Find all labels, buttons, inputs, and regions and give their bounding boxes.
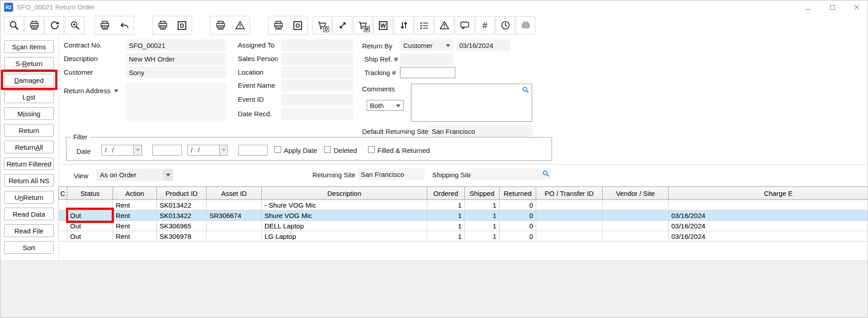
sidebar-button-read-file[interactable]: Read File <box>4 224 54 237</box>
cell-charge-end[interactable] <box>669 200 868 210</box>
sidebar-button-return-filtered[interactable]: Return Filtered <box>4 157 54 170</box>
cart-delivery-button[interactable]: D <box>312 16 332 34</box>
cell-product-id[interactable]: SK013422 <box>157 200 207 210</box>
cell-asset-id[interactable] <box>207 221 262 231</box>
cell-asset-id[interactable]: SR306674 <box>207 210 262 221</box>
exceptions-button[interactable] <box>434 16 454 34</box>
cell-charge-end[interactable]: 03/16/2024 <box>669 210 868 221</box>
cell-po-transfer-id[interactable] <box>536 221 603 231</box>
cell-shipped[interactable]: 1 <box>465 231 500 242</box>
print-button[interactable] <box>24 16 44 34</box>
table-row[interactable]: Out Rent SK306965 DELL Laptop 1 1 0 03/1… <box>59 221 868 231</box>
col-header-returned[interactable]: Returned <box>500 187 536 200</box>
cell-asset-id[interactable] <box>207 231 262 242</box>
col-header-charge-end[interactable]: Charge E <box>669 187 868 200</box>
filled-returned-checkbox[interactable] <box>368 146 375 153</box>
col-header-po-transfer-id[interactable]: PO / Transfer ID <box>536 187 603 200</box>
print-delivery-button[interactable] <box>153 16 172 34</box>
shipping-site-search-icon[interactable] <box>542 170 550 177</box>
comments-mode-dropdown[interactable]: Both <box>367 100 404 111</box>
cell-returned[interactable]: 0 <box>500 231 536 242</box>
sidebar-button-sort[interactable]: Sort <box>4 241 54 254</box>
cell-returned[interactable]: 0 <box>500 210 536 221</box>
maximize-button[interactable] <box>829 4 836 11</box>
comments-button[interactable] <box>455 16 474 34</box>
apply-date-checkbox[interactable] <box>274 146 281 153</box>
cell-charge-end[interactable]: 03/16/2024 <box>669 221 868 231</box>
sidebar-button-return-all[interactable]: Return All <box>4 141 54 153</box>
return-address-dropdown[interactable]: Return Address <box>64 87 118 95</box>
sidebar-button-damaged[interactable]: Damaged <box>4 74 54 86</box>
search-button[interactable] <box>4 16 24 34</box>
checklist-button[interactable] <box>414 16 434 34</box>
refresh-button[interactable] <box>45 16 64 34</box>
cell-product-id[interactable]: SK306978 <box>157 231 207 242</box>
date-to-dropdown-button[interactable] <box>220 145 228 156</box>
col-header-status[interactable]: Status <box>67 187 113 200</box>
cell-c[interactable] <box>59 210 67 221</box>
sidebar-button-lost[interactable]: Lost <box>4 90 54 103</box>
sequence-number-button[interactable]: # <box>475 16 495 34</box>
time-from-input[interactable] <box>152 145 182 156</box>
col-header-c[interactable]: C <box>59 187 67 200</box>
col-header-asset-id[interactable]: Asset ID <box>207 187 262 200</box>
cell-status[interactable]: Out <box>67 221 113 231</box>
cell-action[interactable]: Rent <box>113 221 157 231</box>
cell-ordered[interactable]: 1 <box>427 200 465 210</box>
comments-search-icon[interactable] <box>522 86 529 94</box>
cell-vendor-site[interactable] <box>603 221 669 231</box>
cell-shipped[interactable]: 1 <box>465 210 500 221</box>
cell-ordered[interactable]: 1 <box>427 210 465 221</box>
comments-box[interactable] <box>411 84 532 122</box>
col-header-action[interactable]: Action <box>113 187 157 200</box>
cell-shipped[interactable]: 1 <box>465 200 500 210</box>
time-to-input[interactable] <box>238 145 268 156</box>
minimize-button[interactable] <box>804 4 811 11</box>
col-header-description[interactable]: Description <box>262 187 427 200</box>
date-to-input[interactable]: / / <box>187 145 220 156</box>
date-from-dropdown-button[interactable] <box>134 145 142 156</box>
col-header-ordered[interactable]: Ordered <box>427 187 465 200</box>
cell-product-id[interactable]: SK306965 <box>157 221 207 231</box>
cell-vendor-site[interactable] <box>603 231 669 242</box>
cell-description[interactable]: Shure VOG Mic <box>262 210 427 221</box>
cell-ordered[interactable]: 1 <box>427 221 465 231</box>
sidebar-button-scan-items[interactable]: Scan Items <box>4 40 54 53</box>
tracking-input[interactable] <box>400 67 455 78</box>
col-header-vendor-site[interactable]: Vendor / Site <box>603 187 669 200</box>
print-exception-button[interactable] <box>211 16 230 34</box>
sidebar-button-read-data[interactable]: Read Data <box>4 208 54 220</box>
cell-vendor-site[interactable] <box>603 200 669 210</box>
cell-asset-id[interactable] <box>207 200 262 210</box>
order-print-button[interactable]: O <box>288 16 307 34</box>
zoom-in-button[interactable] <box>65 16 85 34</box>
cell-status[interactable]: Out <box>67 231 113 242</box>
cell-returned[interactable]: 0 <box>500 200 536 210</box>
cell-po-transfer-id[interactable] <box>536 210 603 221</box>
cart-transfer-button[interactable]: M <box>353 16 373 34</box>
date-from-input[interactable]: / / <box>101 145 134 156</box>
cell-action[interactable]: Rent <box>113 200 157 210</box>
deleted-checkbox[interactable] <box>324 146 331 153</box>
cell-status[interactable]: Out <box>67 210 113 221</box>
sidebar-button-s-return[interactable]: S-Return <box>4 57 54 70</box>
cell-action[interactable]: Rent <box>113 231 157 242</box>
cell-vendor-site[interactable] <box>603 210 669 221</box>
cell-action[interactable]: Rent <box>113 210 157 221</box>
cell-c[interactable] <box>59 200 67 210</box>
table-row[interactable]: Out Rent SK306978 LG Laptop 1 1 0 03/16/… <box>59 231 868 242</box>
cell-description[interactable]: LG Laptop <box>262 231 427 242</box>
cell-c[interactable] <box>59 221 67 231</box>
cell-product-id[interactable]: SK013422 <box>157 210 207 221</box>
cell-ordered[interactable]: 1 <box>427 231 465 242</box>
sidebar-button-missing[interactable]: Missing <box>4 107 54 120</box>
delivery-note-button[interactable]: D <box>172 16 192 34</box>
cell-status[interactable] <box>67 200 113 210</box>
exception-print-button[interactable] <box>230 16 250 34</box>
expand-button[interactable] <box>333 16 352 34</box>
table-row-selected[interactable]: Out Rent SK013422 SR306674 Shure VOG Mic… <box>59 210 868 221</box>
cell-c[interactable] <box>59 231 67 242</box>
table-row[interactable]: Rent SK013422 - Shure VOG Mic 1 1 0 <box>59 200 868 210</box>
time-button[interactable] <box>495 16 515 34</box>
sidebar-button-return-all-ns[interactable]: Return All NS <box>4 174 54 187</box>
